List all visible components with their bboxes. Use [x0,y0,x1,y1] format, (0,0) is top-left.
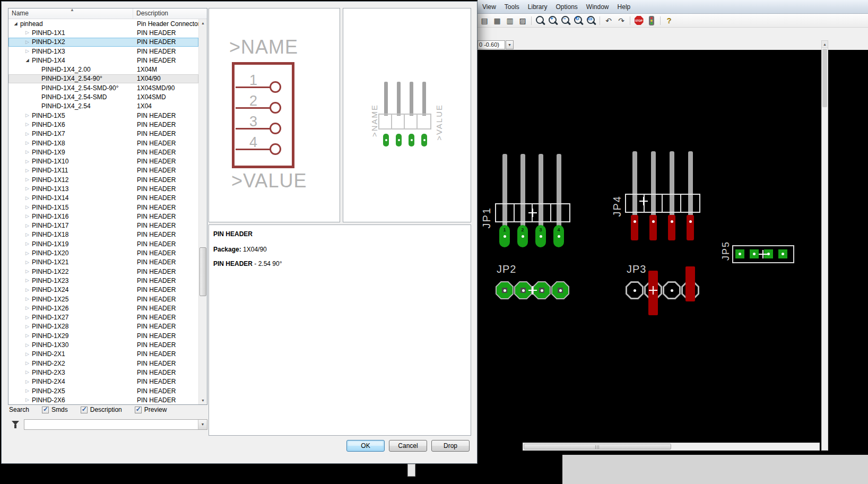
tree-row[interactable]: PINHD-1X19 PIN HEADER [8,239,198,248]
tree-row[interactable]: PINHD-1X4_2.54 1X04 [8,102,198,111]
tree-row[interactable]: PINHD-1X16 PIN HEADER [8,212,198,221]
zoom-fit-icon[interactable] [534,15,546,27]
scrollbar-thumb[interactable] [822,49,827,107]
tree-expander-icon[interactable] [24,386,30,395]
tree-expander-icon[interactable] [24,139,30,148]
column-header-description[interactable]: Description [133,8,207,19]
tree-row[interactable]: PINHD-1X7 PIN HEADER [8,129,198,139]
tree-row[interactable]: PINHD-1X4_2.54-SMD-90° 1X04SMD/90 [8,83,198,92]
tree-expander-icon[interactable] [24,350,30,359]
tree-expander-icon[interactable] [24,111,30,120]
scroll-up-icon[interactable]: ▲ [822,41,828,48]
combo-dropdown-icon[interactable]: ▼ [198,420,207,429]
tree-expander-icon[interactable] [24,212,30,221]
tree-expander-icon[interactable] [24,56,30,65]
tree-row[interactable]: PINHD-1X27 PIN HEADER [8,313,198,322]
help-icon[interactable]: ? [663,15,675,27]
board-canvas[interactable]: JP1 1234 JP4 [478,50,868,443]
tree-expander-icon[interactable] [24,28,30,37]
tree-expander-icon[interactable] [24,120,30,129]
tree-row[interactable]: PINHD-1X18 PIN HEADER [8,230,198,239]
tree-row[interactable]: PINHD-1X4_2.00 1X04M [8,65,198,74]
scrollbar-thumb[interactable] [199,247,206,296]
menu-library[interactable]: Library [524,2,551,12]
checkbox[interactable]: Smds [42,406,68,413]
menu-tools[interactable]: Tools [501,2,523,12]
tree-expander-icon[interactable] [24,166,30,175]
tree-row[interactable]: PINHD-1X12 PIN HEADER [8,175,198,184]
tree-row[interactable]: PINHD-1X29 PIN HEADER [8,331,198,340]
tree-row[interactable]: PINHD-1X14 PIN HEADER [8,194,198,203]
tree-row[interactable]: PINHD-1X26 PIN HEADER [8,304,198,313]
tree-row[interactable]: PINHD-2X6 PIN HEADER [8,395,198,404]
tree-scrollbar[interactable]: ▲ ▼ [198,19,207,404]
ok-button[interactable]: OK [346,440,385,452]
scroll-up-icon[interactable]: ▲ [199,19,207,27]
menu-window[interactable]: Window [583,2,613,12]
tree-expander-icon[interactable] [24,249,30,258]
tree-row[interactable]: PINHD-1X4_2.54-SMD 1X04SMD [8,92,198,101]
scrollbar-thumb[interactable] [524,444,671,450]
tree-expander-icon[interactable] [24,221,30,230]
checkbox-box[interactable] [42,407,49,413]
tree-row[interactable]: PINHD-1X13 PIN HEADER [8,184,198,193]
tree-expander-icon[interactable] [24,267,30,276]
tree-row[interactable]: PINHD-1X24 PIN HEADER [8,286,198,295]
tree-row[interactable]: PINHD-2X4 PIN HEADER [8,377,198,386]
tree-expander-icon[interactable] [24,157,30,166]
horizontal-scrollbar[interactable] [523,443,820,451]
tree-expander-icon[interactable] [13,19,19,28]
tree-expander-icon[interactable] [24,304,30,313]
tree-row[interactable]: PINHD-1X10 PIN HEADER [8,157,198,166]
checkbox[interactable]: Description [81,406,122,413]
tree-expander-icon[interactable] [24,368,30,377]
tree-row[interactable]: PINHD-1X23 PIN HEADER [8,276,198,285]
tree-expander-icon[interactable] [24,38,30,47]
tree-row[interactable]: PINHD-1X9 PIN HEADER [8,148,198,157]
tree-row[interactable]: PINHD-1X17 PIN HEADER [8,221,198,230]
tree-row[interactable]: PINHD-1X4_2.54-90° 1X04/90 [8,74,198,83]
tree-expander-icon[interactable] [24,395,30,404]
checkbox-box[interactable] [135,407,142,413]
tree-expander-icon[interactable] [24,331,30,340]
tree-row[interactable]: PINHD-1X30 PIN HEADER [8,340,198,349]
drop-button[interactable]: Drop [431,440,470,452]
menu-view[interactable]: View [479,2,500,12]
vertical-scrollbar[interactable]: ▲ [821,40,828,451]
tree-expander-icon[interactable] [24,129,30,139]
scroll-down-icon[interactable]: ▼ [199,396,207,404]
tree-row[interactable]: PINHD-1X4 PIN HEADER [8,56,198,65]
tree-row[interactable]: PINHD-1X11 PIN HEADER [8,166,198,175]
checkbox[interactable]: Preview [135,406,167,413]
tree-expander-icon[interactable] [24,322,30,331]
sheet-icon[interactable]: ▤ [479,15,490,27]
cancel-button[interactable]: Cancel [389,440,427,452]
tree-expander-icon[interactable] [24,47,30,56]
tree-expander-icon[interactable] [24,341,30,350]
undo-icon[interactable]: ↶ [603,15,614,27]
toolbar-separator[interactable] [630,16,630,25]
tree-expander-icon[interactable] [24,359,30,368]
tree-expander-icon[interactable] [24,276,30,285]
toolbar-separator[interactable] [531,16,532,25]
search-input[interactable] [24,420,198,429]
stop-icon[interactable]: STOP [633,15,645,27]
zoom-in-icon[interactable]: + [547,15,559,27]
redo-icon[interactable]: ↷ [615,15,627,27]
checkbox-box[interactable] [81,407,88,413]
tree-row[interactable]: pinhead Pin Header Connectors [8,19,198,28]
column-header-name[interactable]: Name ▲ [8,8,133,19]
tree-row[interactable]: PINHD-1X15 PIN HEADER [8,203,198,212]
search-combobox[interactable]: ▼ [24,419,207,430]
tree-row[interactable]: PINHD-1X28 PIN HEADER [8,322,198,331]
tree-expander-icon[interactable] [24,295,30,304]
zoom-out-icon[interactable]: − [560,15,571,27]
tree-expander-icon[interactable] [24,184,30,193]
tree-expander-icon[interactable] [24,148,30,157]
tree-row[interactable]: PINHD-1X8 PIN HEADER [8,139,198,148]
tree-expander-icon[interactable] [24,230,30,239]
tree-expander-icon[interactable] [24,313,30,322]
tree-row[interactable]: PINHD-1X21 PIN HEADER [8,258,198,267]
tree-expander-icon[interactable] [24,377,30,386]
tree-expander-icon[interactable] [24,194,30,203]
